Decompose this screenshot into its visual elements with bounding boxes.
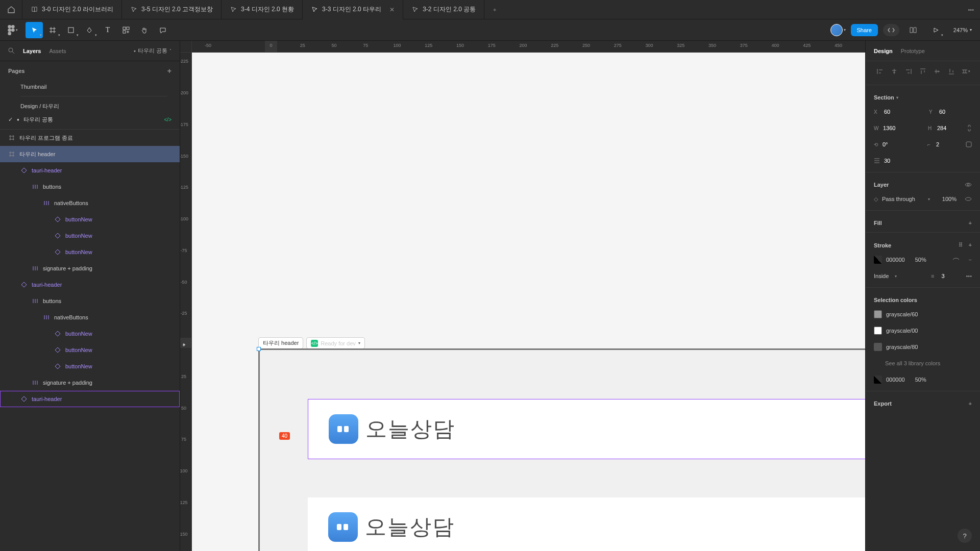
frame-tool[interactable]: ▾ [44, 22, 61, 38]
distribute-icon[interactable]: ▾ [960, 65, 972, 78]
add-page-button[interactable]: + [167, 67, 172, 75]
eye-icon[interactable] [965, 196, 972, 202]
comment-tool[interactable] [154, 22, 172, 38]
stroke-swatch[interactable] [874, 256, 882, 264]
color-hex[interactable]: 000000 [886, 377, 905, 383]
layer-row[interactable]: tauri-header [0, 391, 180, 407]
prototype-tab[interactable]: Prototype [901, 48, 925, 54]
layer-row[interactable]: buttonNew [0, 228, 180, 244]
tab-3-active[interactable]: 3-3 디자인 2.0 타우리 ✕ [303, 0, 403, 19]
eye-icon[interactable] [952, 257, 960, 262]
close-icon[interactable]: ✕ [389, 6, 395, 13]
layer-row[interactable]: 타우리 header [0, 146, 180, 162]
color-opacity[interactable]: 50% [915, 377, 926, 383]
layer-row[interactable]: buttonNew [0, 342, 180, 358]
stroke-pos[interactable]: Inside [874, 273, 889, 279]
pen-tool[interactable]: ▾ [81, 22, 98, 38]
selection-color-row[interactable]: grayscale/80 [866, 339, 980, 355]
stroke-opacity[interactable]: 50% [915, 257, 926, 263]
stroke-weight-input[interactable] [941, 273, 957, 279]
help-button[interactable]: ? [958, 529, 972, 543]
profile-menu[interactable]: ▾ [830, 24, 846, 36]
page-item[interactable]: Thumbnail [0, 81, 180, 93]
tab-1[interactable]: 3-5 디자인 2.0 고객정보창 [122, 0, 222, 19]
add-export-button[interactable]: + [969, 400, 972, 407]
color-swatch[interactable] [874, 375, 882, 384]
tauri-header-2[interactable]: 오늘상담 [308, 497, 865, 551]
library-button[interactable] [904, 22, 922, 38]
move-tool[interactable]: ▾ [26, 22, 43, 38]
layer-row[interactable]: signature + padding [0, 374, 180, 391]
search-icon[interactable] [8, 47, 15, 54]
layer-row[interactable]: signature + padding [0, 260, 180, 277]
layer-row[interactable]: nativeButtons [0, 309, 180, 325]
figma-menu-button[interactable]: ▾ [4, 22, 21, 38]
opacity-input[interactable]: 100% [942, 196, 957, 202]
tab-4[interactable]: 3-2 디자인 2.0 공통 [403, 0, 484, 19]
page-item[interactable]: Design / 타우리 [0, 99, 180, 113]
align-right-icon[interactable] [902, 65, 915, 78]
rotation-input[interactable] [883, 141, 908, 147]
see-all-library-colors[interactable]: See all 3 library colors [866, 355, 980, 371]
page-selector[interactable]: ● 타우리 공통 ˄ [134, 47, 172, 55]
layer-row[interactable]: nativeButtons [0, 195, 180, 211]
constrain-icon[interactable] [967, 124, 972, 132]
ready-for-dev-badge[interactable]: </>Ready for dev ▾ [306, 337, 364, 349]
tauri-header-1[interactable]: 오늘상담 [308, 399, 865, 459]
selection-label[interactable]: 타우리 header [258, 337, 303, 349]
layer-row[interactable]: buttons [0, 179, 180, 195]
selection-color-row[interactable]: grayscale/60 [866, 306, 980, 322]
page-item-current[interactable]: ✓ ● 타우리 공통 </> [0, 113, 180, 126]
radius-input[interactable] [936, 141, 962, 147]
shape-tool[interactable]: ▾ [62, 22, 80, 38]
section-header[interactable]: Section▾ [866, 88, 980, 104]
layer-row[interactable]: buttonNew [0, 211, 180, 228]
w-input[interactable] [883, 125, 909, 131]
devmode-toggle[interactable] [883, 24, 899, 36]
layer-row[interactable]: tauri-header [0, 162, 180, 179]
add-fill-button[interactable]: + [969, 220, 972, 226]
layer-row[interactable]: buttonNew [0, 358, 180, 374]
y-input[interactable] [939, 109, 965, 115]
align-bottom-icon[interactable] [945, 65, 958, 78]
stroke-hex[interactable]: 000000 [886, 257, 905, 263]
layer-row[interactable]: buttons [0, 293, 180, 309]
present-button[interactable]: ▾ [927, 22, 944, 38]
x-input[interactable] [884, 109, 910, 115]
assets-tab[interactable]: Assets [49, 48, 66, 54]
style-icon[interactable]: ⠿ [959, 242, 963, 248]
canvas-area[interactable]: -500501001502002503003504004502575125175… [180, 41, 865, 551]
design-tab[interactable]: Design [874, 48, 893, 54]
visibility-icon[interactable] [965, 182, 972, 187]
tab-0[interactable]: 3-0 디자인 2.0 라이브러리 [22, 0, 122, 19]
new-tab-button[interactable]: + [484, 7, 505, 13]
add-stroke-button[interactable]: + [969, 242, 972, 248]
layers-tab[interactable]: Layers [23, 48, 41, 54]
tabs-more-icon[interactable]: ••• [962, 7, 980, 13]
canvas[interactable]: 타우리 header </>Ready for dev ▾ 40 196 오늘상… [192, 53, 865, 551]
align-top-icon[interactable] [917, 65, 929, 78]
home-button[interactable] [0, 0, 22, 19]
zoom-control[interactable]: 247%▾ [949, 27, 976, 33]
align-hcenter-icon[interactable] [888, 65, 900, 78]
layer-row[interactable]: buttonNew [0, 325, 180, 342]
selection-color-row[interactable]: grayscale/00 [866, 322, 980, 339]
text-tool[interactable]: T [99, 22, 116, 38]
stroke-more-icon[interactable]: ••• [966, 273, 972, 279]
resources-tool[interactable] [117, 22, 135, 38]
align-left-icon[interactable] [874, 65, 886, 78]
layer-row[interactable]: tauri-header [0, 277, 180, 293]
section-frame[interactable]: 40 196 오늘상담 40 오늘상담 [258, 348, 865, 551]
layer-row[interactable]: buttonNew [0, 244, 180, 260]
share-button[interactable]: Share [851, 24, 878, 36]
gap-input[interactable] [884, 158, 910, 164]
remove-stroke-button[interactable]: − [969, 257, 972, 263]
align-vcenter-icon[interactable] [931, 65, 943, 78]
blend-mode[interactable]: Pass through [882, 196, 924, 202]
radius-detail-icon[interactable] [966, 141, 972, 147]
h-input[interactable] [937, 125, 963, 131]
hand-tool[interactable] [136, 22, 153, 38]
tab-2[interactable]: 3-4 디자인 2.0 현황 [222, 0, 303, 19]
layer-row[interactable]: 타우리 프로그램 종료 [0, 130, 180, 146]
selection-handle[interactable] [257, 347, 261, 351]
